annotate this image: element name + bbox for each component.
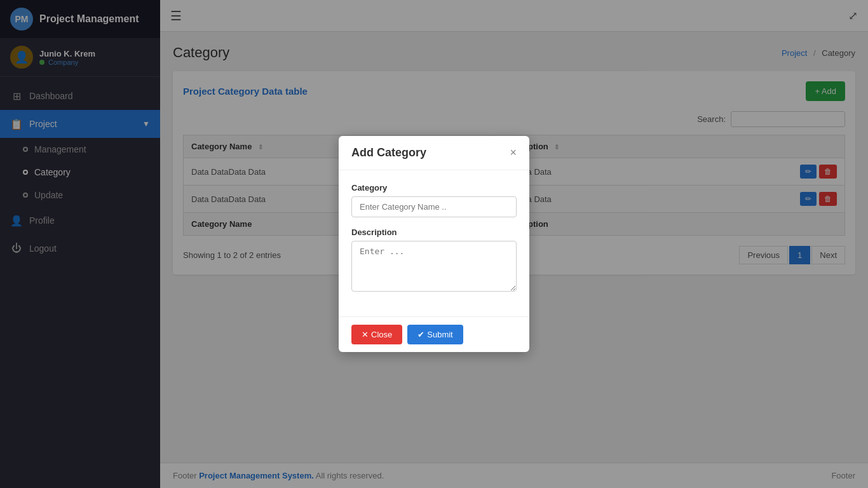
x-icon: ✕ [362, 330, 369, 339]
close-modal-button[interactable]: ✕ Close [351, 325, 402, 344]
description-label: Description [351, 227, 517, 237]
description-textarea[interactable] [351, 241, 517, 292]
category-name-input[interactable] [351, 196, 517, 217]
description-form-group: Description [351, 227, 517, 294]
modal-header: Add Category × [339, 136, 529, 170]
category-label: Category [351, 183, 517, 193]
add-category-modal: Add Category × Category Description ✕ Cl… [339, 136, 529, 352]
submit-button[interactable]: ✔ Submit [407, 325, 463, 344]
check-icon: ✔ [417, 330, 424, 339]
modal-footer: ✕ Close ✔ Submit [339, 316, 529, 352]
modal-close-button[interactable]: × [510, 146, 517, 159]
category-form-group: Category [351, 183, 517, 217]
modal-overlay: Add Category × Category Description ✕ Cl… [0, 0, 868, 488]
modal-body: Category Description [339, 170, 529, 316]
modal-title: Add Category [351, 146, 426, 159]
